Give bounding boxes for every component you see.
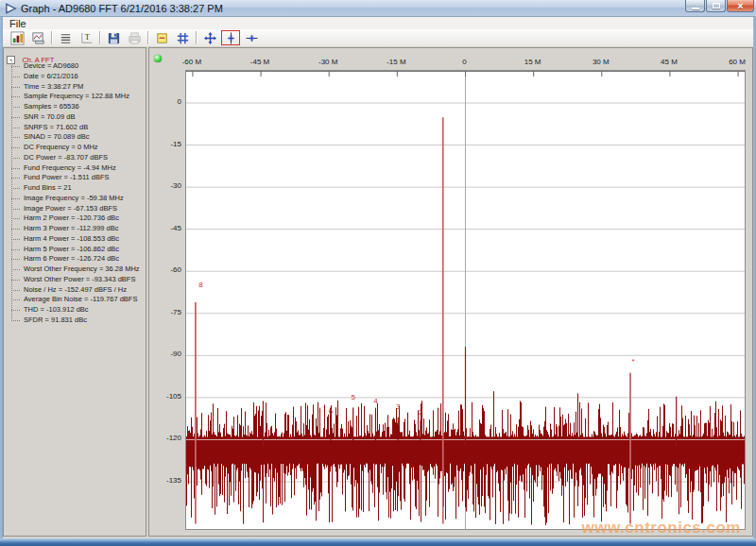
save-data-button[interactable] xyxy=(104,30,123,45)
data-grid-icon xyxy=(59,31,73,45)
minimize-button[interactable] xyxy=(685,0,705,12)
watermark: www.cntronics.com xyxy=(582,519,741,537)
y-tick-label: -90 xyxy=(150,350,181,358)
tree-item[interactable]: DC Frequency = 0 MHz xyxy=(8,143,146,153)
print-graph-icon xyxy=(128,31,142,45)
minimize-icon xyxy=(692,8,699,9)
y-tick-label: -120 xyxy=(150,434,181,442)
tree-item[interactable]: Harm 4 Power = -108.553 dBc xyxy=(8,234,146,245)
spur-marker-8: 8 xyxy=(198,281,203,289)
window-bottom-border xyxy=(0,538,756,546)
maximize-button[interactable] xyxy=(706,0,726,12)
horizontal-cursor-tool-button[interactable] xyxy=(242,30,261,45)
y-tick-label: 0 xyxy=(150,97,181,106)
y-tick-label: -135 xyxy=(150,476,181,485)
axis-labels-icon: T xyxy=(79,31,94,45)
tree-item[interactable]: Harm 5 Power = -106.862 dBc xyxy=(8,245,146,255)
tree-item[interactable]: SFDR = 91.831 dBc xyxy=(8,316,146,326)
chart-panel: 865432* -60 M-45 M-30 M-15 M015 M30 M45 … xyxy=(148,47,753,537)
tree-item[interactable]: Time = 3:38:27 PM xyxy=(8,82,146,93)
main-area: - Ch. A FFT Device = AD9680Date = 6/21/2… xyxy=(3,46,753,538)
tree-item[interactable]: Fund Frequency = -4.94 MHz xyxy=(8,163,146,174)
close-icon: × xyxy=(737,1,743,11)
copy-graph-image-icon xyxy=(31,31,45,45)
tree-item[interactable]: Harm 6 Power = -126.724 dBc xyxy=(8,254,146,264)
data-grid-button[interactable] xyxy=(56,30,75,45)
tree-item[interactable]: THD = -103.912 dBc xyxy=(8,305,146,316)
x-tick-label: -15 M xyxy=(372,58,420,66)
window-controls: × xyxy=(684,0,754,12)
grid-toggle-icon xyxy=(176,31,190,45)
tree-item[interactable]: SINAD = 70.089 dBc xyxy=(8,132,146,143)
tree-item[interactable]: SNRFS = 71.602 dB xyxy=(8,123,146,133)
horizontal-cursor-tool-icon xyxy=(245,31,259,45)
tree-item[interactable]: Device = AD9680 xyxy=(8,61,146,72)
y-tick-label: -105 xyxy=(150,392,181,401)
legend-toggle-icon xyxy=(155,31,169,45)
x-tick-label: -60 M xyxy=(168,58,215,66)
y-tick-label: -15 xyxy=(150,140,181,148)
x-tick-label: -30 M xyxy=(304,58,352,66)
print-graph-button[interactable] xyxy=(125,30,144,45)
x-tick-label: 15 M xyxy=(509,58,557,66)
x-tick-label: 30 M xyxy=(577,58,625,66)
tree-item[interactable]: Worst Other Frequency = 36.28 MHz xyxy=(8,264,146,275)
tree-root: - Ch. A FFT xyxy=(7,51,54,61)
graph-settings-icon xyxy=(10,31,25,45)
y-tick-label: -30 xyxy=(150,181,181,190)
app-icon xyxy=(5,3,17,14)
spur-marker-6: 6 xyxy=(329,407,334,416)
tree-item[interactable]: Harm 3 Power = -112.999 dBc xyxy=(8,224,146,234)
tree-item[interactable]: Samples = 65536 xyxy=(8,102,146,112)
vertical-cursor-tool-button[interactable] xyxy=(221,30,240,45)
app-window: Graph - AD9680 FFT 6/21/2016 3:38:27 PM … xyxy=(0,0,756,546)
vertical-cursor-tool-icon xyxy=(224,31,238,45)
toolbar: T xyxy=(3,29,753,47)
menu-file[interactable]: File xyxy=(3,18,33,29)
tree-item[interactable]: Noise / Hz = -152.497 dBFS / Hz xyxy=(8,285,146,296)
menu-bar: File xyxy=(3,17,753,30)
tree-item[interactable]: Date = 6/21/2016 xyxy=(8,72,146,82)
toolbar-separator xyxy=(147,31,148,44)
window-title: Graph - AD9680 FFT 6/21/2016 3:38:27 PM xyxy=(21,3,223,14)
svg-text:T: T xyxy=(84,32,89,42)
fft-tree-list: Device = AD9680Date = 6/21/2016Time = 3:… xyxy=(8,61,146,326)
toolbar-separator xyxy=(99,31,100,44)
grid-toggle-button[interactable] xyxy=(173,30,192,45)
pan-tool-button[interactable] xyxy=(200,30,219,45)
copy-graph-image-button[interactable] xyxy=(28,30,47,45)
tree-item[interactable]: Image Frequency = -59.38 MHz xyxy=(8,194,146,204)
y-tick-label: -60 xyxy=(150,265,181,274)
pan-tool-icon xyxy=(203,31,217,45)
window-left-border xyxy=(0,17,3,538)
fft-plot-svg: 865432* xyxy=(186,71,745,529)
spur-marker-5: 5 xyxy=(351,393,355,401)
tree-item[interactable]: Average Bin Noise = -119.767 dBFS xyxy=(8,295,146,305)
spur-marker-2: 2 xyxy=(419,408,423,417)
tree-item[interactable]: DC Power = -83.707 dBFS xyxy=(8,153,146,163)
tree-item[interactable]: Sample Frequency = 122.88 MHz xyxy=(8,92,146,102)
x-tick-label: 60 M xyxy=(713,58,753,66)
toolbar-separator xyxy=(196,31,197,44)
tree-item[interactable]: SNR = 70.09 dB xyxy=(8,112,146,123)
spur-marker-3: 3 xyxy=(396,402,401,411)
tree-item[interactable]: Fund Power = -1.511 dBFS xyxy=(8,173,146,183)
plot-area[interactable]: 865432* xyxy=(185,70,746,530)
spur-marker-worst-other: * xyxy=(631,357,634,366)
title-bar: Graph - AD9680 FFT 6/21/2016 3:38:27 PM … xyxy=(0,0,756,17)
axis-labels-button[interactable]: T xyxy=(77,30,95,45)
x-tick-label: -45 M xyxy=(236,58,284,66)
graph-settings-button[interactable] xyxy=(8,30,26,45)
legend-toggle-button[interactable] xyxy=(152,30,171,45)
x-tick-label: 45 M xyxy=(645,58,693,66)
save-data-icon xyxy=(107,31,121,45)
close-button[interactable]: × xyxy=(727,0,754,12)
tree-item[interactable]: Harm 2 Power = -120.736 dBc xyxy=(8,213,146,224)
tree-item[interactable]: Fund Bins = 21 xyxy=(8,183,146,194)
maximize-icon xyxy=(713,3,720,9)
tree-item[interactable]: Worst Other Power = -93.343 dBFS xyxy=(8,275,146,285)
y-tick-label: -75 xyxy=(150,308,181,316)
spur-marker-4: 4 xyxy=(373,397,378,405)
toolbar-separator xyxy=(51,31,52,44)
tree-item[interactable]: Image Power = -67.153 dBFS xyxy=(8,204,146,214)
